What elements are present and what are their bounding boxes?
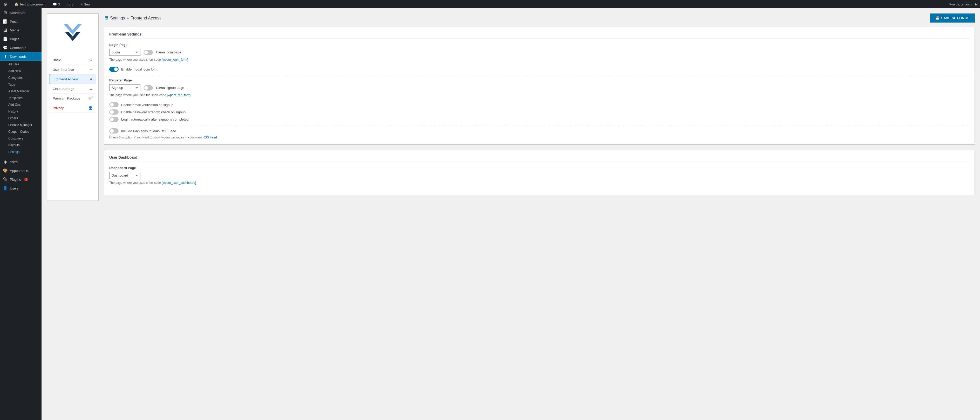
sidebar-item-plugins[interactable]: 🔌 Plugins 2 — [0, 175, 41, 184]
sub-customers[interactable]: Customers — [0, 135, 41, 142]
sub-asset-manager[interactable]: Asset Manager — [0, 88, 41, 95]
site-name-link[interactable]: 🏠 Test Environment — [13, 0, 47, 8]
new-content-link[interactable]: + New — [79, 0, 92, 8]
frontend-icon: 🖥 — [89, 77, 93, 81]
plugin-nav-privacy[interactable]: Privacy 👤 — [49, 103, 96, 113]
sub-all-files[interactable]: All Files — [0, 61, 41, 68]
sidebar-item-users[interactable]: 👤 Users — [0, 184, 41, 193]
register-page-group: Register Page Sign up Clean signup page — [109, 78, 969, 97]
rss-link[interactable]: RSS Feed — [203, 136, 217, 139]
wp-logo-icon: ⊕ — [4, 2, 7, 7]
plugin-nav-basic[interactable]: Basic ⚙ — [49, 55, 96, 65]
sidebar-label-media: Media — [10, 28, 19, 32]
user-dashboard-title: User Dashboard — [109, 155, 969, 162]
login-shortcode-link[interactable]: [wpdm_login_form] — [162, 58, 188, 62]
sub-templates[interactable]: Templates — [0, 95, 41, 101]
screen-options-icon: 🖥 — [975, 2, 978, 6]
login-page-group: Login Page Login Clean login page — [109, 43, 969, 62]
sidebar-item-media[interactable]: 🖼 Media — [0, 26, 41, 35]
password-strength-label: Enable password strength check on signup — [121, 110, 186, 114]
plugin-nav-premium-package[interactable]: Premium Package 🛒 — [49, 94, 96, 103]
sidebar-item-pages[interactable]: 📄 Pages — [0, 35, 41, 43]
frontend-label: Frontend Access — [54, 77, 79, 81]
sidebar-label-plugins: Plugins — [10, 178, 21, 181]
dashboard-page-label: Dashboard Page — [109, 166, 969, 170]
modal-login-toggle[interactable] — [109, 67, 119, 72]
comments-icon: 💬 — [3, 45, 8, 50]
rss-slider — [109, 128, 119, 133]
plugins-badge: 2 — [24, 178, 28, 181]
signup-helper-prefix: The page where you used the short-code — [109, 94, 166, 97]
dashboard-helper-prefix: The page where you used short-code — [109, 181, 161, 185]
save-label: SAVE SETTINGS — [941, 16, 970, 20]
save-settings-button[interactable]: 💾 SAVE SETTINGS — [930, 13, 975, 22]
sidebar-item-downloads[interactable]: ⬇ Downloads — [0, 52, 41, 61]
sub-add-new[interactable]: Add New — [0, 68, 41, 74]
sub-tags[interactable]: Tags — [0, 81, 41, 88]
sidebar-label-dashboard: Dashboard — [10, 11, 27, 15]
sidebar-item-posts[interactable]: 📝 Posts — [0, 17, 41, 26]
privacy-label: Privacy — [52, 106, 64, 110]
modal-login-label: Enable modal login form — [121, 67, 158, 71]
register-page-select[interactable]: Sign up — [109, 84, 140, 91]
plugin-nav-user-interface[interactable]: User Interface ✏ — [49, 65, 96, 74]
sub-categories[interactable]: Categories — [0, 74, 41, 81]
sub-payouts[interactable]: Payouts — [0, 142, 41, 149]
comments-count: 3 — [58, 2, 60, 6]
comment-bubble-icon: 💬 — [52, 2, 57, 6]
sidebar-item-appearance[interactable]: 🎨 Appearance — [0, 166, 41, 175]
sub-settings[interactable]: Settings — [0, 149, 41, 155]
dashboard-page-select[interactable]: Dashboard — [109, 172, 140, 179]
downloads-submenu: All Files Add New Categories Tags Asset … — [0, 61, 41, 155]
modal-login-row: Enable modal login form — [109, 67, 969, 72]
posts-icon: 📝 — [3, 19, 8, 24]
rss-helper-prefix: Check this option if you want to show wp… — [109, 136, 202, 139]
premium-label: Premium Package — [52, 97, 80, 100]
plugin-nav-frontend-access[interactable]: Frontend Access 🖥 — [49, 74, 96, 84]
message-icon: 🗨 — [67, 2, 71, 6]
login-helper-text: The page where you used short-code [wpdm… — [109, 58, 969, 62]
basic-icon: ⚙ — [89, 58, 93, 62]
plugin-nav-cloud-storage[interactable]: Cloud Storage ☁ — [49, 84, 96, 94]
monitor-icon: 🖥 — [104, 15, 108, 21]
sidebar-label-users: Users — [10, 186, 19, 190]
sub-license-manager[interactable]: License Manager — [0, 122, 41, 128]
comments-link[interactable]: 💬 3 — [51, 0, 61, 8]
user-dashboard-card: User Dashboard Dashboard Page Dashboard … — [104, 150, 975, 195]
sidebar-item-dashboard[interactable]: ⊞ Dashboard — [0, 8, 41, 17]
cloud-label: Cloud Storage — [52, 87, 74, 91]
clean-login-toggle[interactable] — [143, 50, 153, 55]
sub-add-ons[interactable]: Add-Ons — [0, 101, 41, 108]
rss-toggle[interactable] — [109, 128, 119, 133]
save-icon: 💾 — [935, 16, 940, 20]
register-page-row: Sign up Clean signup page — [109, 84, 969, 91]
dashboard-page-group: Dashboard Page Dashboard The page where … — [109, 166, 969, 185]
clean-signup-toggle[interactable] — [143, 85, 153, 90]
clean-signup-label: Clean signup page — [156, 86, 184, 90]
plugin-nav: Basic ⚙ User Interface ✏ Frontend Access… — [49, 55, 96, 113]
auto-login-label: Login automatically after signup is comp… — [121, 117, 188, 121]
sub-history[interactable]: History — [0, 108, 41, 115]
settings-panel: 🖥 Settings » Frontend Access 💾 SAVE SETT… — [104, 13, 975, 200]
messages-link[interactable]: 🗨 0 — [66, 0, 75, 8]
email-verify-toggle[interactable] — [109, 102, 119, 107]
appearance-icon: 🎨 — [3, 168, 8, 173]
sub-orders[interactable]: Orders — [0, 115, 41, 122]
rss-helper-text: Check this option if you want to show wp… — [109, 136, 969, 139]
clean-signup-slider — [143, 85, 153, 90]
sidebar-item-comments[interactable]: 💬 Comments — [0, 43, 41, 52]
password-strength-toggle[interactable] — [109, 109, 119, 114]
dashboard-shortcode-link[interactable]: [wpdm_user_dashboard] — [162, 181, 196, 185]
wp-logo-link[interactable]: ⊕ — [2, 0, 9, 8]
sidebar-label-comments: Comments — [10, 46, 26, 50]
breadcrumb-part2: Frontend Access — [130, 16, 161, 21]
breadcrumb-part1: Settings — [110, 16, 125, 21]
basic-label: Basic — [52, 58, 61, 62]
signup-shortcode-link[interactable]: [wpdm_reg_form] — [167, 94, 191, 97]
sidebar-item-astra[interactable]: ◉ Astra — [0, 157, 41, 166]
login-page-label: Login Page — [109, 43, 969, 47]
sub-coupon-codes[interactable]: Coupon Codes — [0, 128, 41, 135]
clean-login-label: Clean login page — [156, 50, 181, 54]
login-page-select[interactable]: Login — [109, 49, 140, 56]
auto-login-toggle[interactable] — [109, 117, 119, 122]
